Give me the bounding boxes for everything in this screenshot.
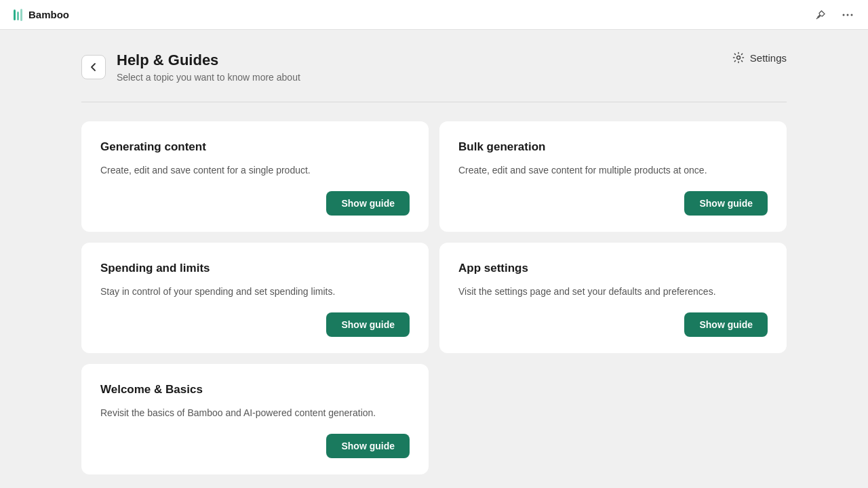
card-title-generating-content: Generating content — [100, 140, 410, 154]
settings-label: Settings — [750, 52, 787, 64]
card-footer-generating-content: Show guide — [100, 191, 410, 216]
svg-line-3 — [816, 18, 818, 19]
card-footer-app-settings: Show guide — [458, 312, 768, 337]
svg-point-4 — [843, 14, 845, 16]
navbar: Bamboo — [0, 0, 868, 30]
back-arrow-icon — [89, 62, 98, 72]
show-guide-button-spending-limits[interactable]: Show guide — [326, 312, 410, 337]
card-desc-bulk-generation: Create, edit and save content for multip… — [458, 163, 768, 178]
app-name: Bamboo — [28, 9, 69, 20]
svg-rect-1 — [17, 12, 19, 20]
main-content: Help & Guides Select a topic you want to… — [0, 30, 868, 488]
card-app-settings: App settings Visit the settings page and… — [439, 243, 787, 353]
navbar-right — [811, 5, 857, 24]
navbar-left: Bamboo — [11, 8, 69, 22]
svg-rect-2 — [20, 9, 22, 21]
settings-icon — [732, 52, 745, 64]
show-guide-button-welcome-basics[interactable]: Show guide — [326, 434, 410, 458]
cards-grid: Generating content Create, edit and save… — [81, 121, 787, 474]
card-title-spending-limits: Spending and limits — [100, 262, 410, 275]
show-guide-button-generating-content[interactable]: Show guide — [326, 191, 410, 216]
more-icon — [842, 14, 853, 16]
pin-button[interactable] — [811, 5, 830, 24]
card-desc-spending-limits: Stay in control of your spending and set… — [100, 285, 410, 299]
card-desc-welcome-basics: Revisit the basics of Bamboo and AI-powe… — [100, 406, 410, 420]
card-desc-app-settings: Visit the settings page and set your def… — [458, 285, 768, 299]
page-header: Help & Guides Select a topic you want to… — [81, 52, 787, 83]
svg-point-5 — [847, 14, 849, 16]
show-guide-button-app-settings[interactable]: Show guide — [684, 312, 768, 337]
card-welcome-basics: Welcome & Basics Revisit the basics of B… — [81, 364, 429, 474]
page-header-text: Help & Guides Select a topic you want to… — [117, 52, 300, 83]
page-subtitle: Select a topic you want to know more abo… — [117, 72, 300, 83]
settings-button[interactable]: Settings — [732, 52, 787, 64]
show-guide-button-bulk-generation[interactable]: Show guide — [684, 191, 768, 216]
card-title-app-settings: App settings — [458, 262, 768, 275]
pin-icon — [815, 9, 826, 20]
svg-point-6 — [851, 14, 853, 16]
card-desc-generating-content: Create, edit and save content for a sing… — [100, 163, 410, 178]
card-bulk-generation: Bulk generation Create, edit and save co… — [439, 121, 787, 232]
app-logo: Bamboo — [11, 8, 69, 22]
card-title-bulk-generation: Bulk generation — [458, 140, 768, 154]
section-divider — [81, 102, 787, 102]
page-title: Help & Guides — [117, 52, 300, 69]
card-generating-content: Generating content Create, edit and save… — [81, 121, 429, 232]
more-button[interactable] — [838, 5, 857, 24]
svg-rect-0 — [14, 9, 16, 20]
card-spending-limits: Spending and limits Stay in control of y… — [81, 243, 429, 353]
svg-point-7 — [736, 56, 740, 60]
card-title-welcome-basics: Welcome & Basics — [100, 383, 410, 396]
card-footer-bulk-generation: Show guide — [458, 191, 768, 216]
bamboo-logo-icon — [11, 8, 24, 22]
card-footer-welcome-basics: Show guide — [100, 434, 410, 458]
back-button[interactable] — [81, 55, 106, 79]
page-header-left: Help & Guides Select a topic you want to… — [81, 52, 300, 83]
card-footer-spending-limits: Show guide — [100, 312, 410, 337]
